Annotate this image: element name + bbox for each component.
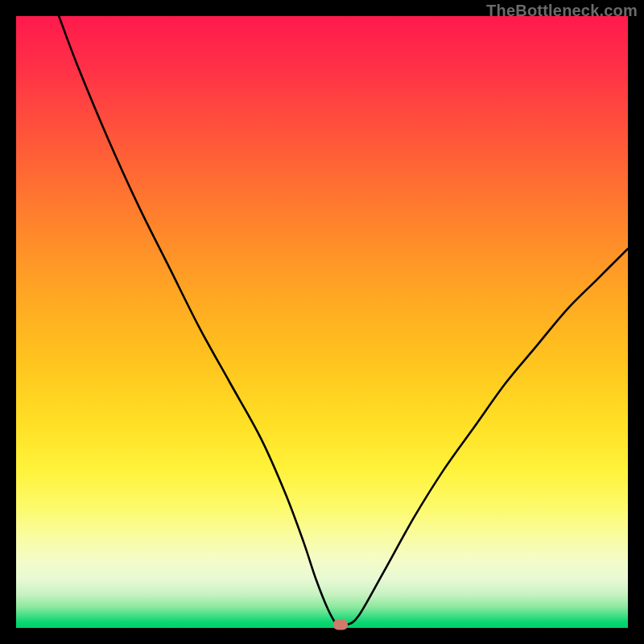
plot-area (16, 16, 628, 628)
bottleneck-curve (16, 16, 628, 628)
chart-container: TheBottleneck.com (0, 0, 644, 644)
optimal-point-marker (333, 620, 348, 630)
